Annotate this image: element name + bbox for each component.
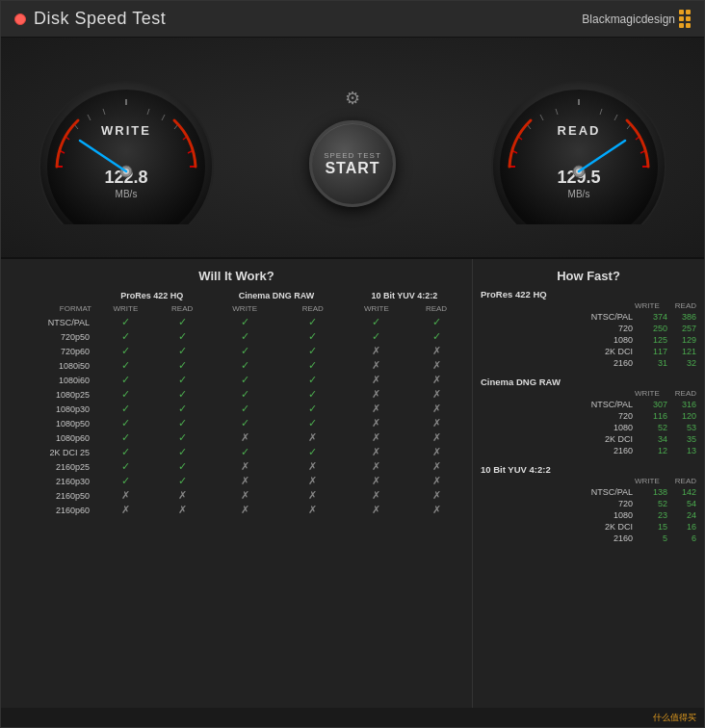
will-it-work-table: ProRes 422 HQ Cinema DNG RAW 10 Bit YUV … (9, 289, 464, 517)
cross-mark: ✗ (372, 475, 380, 486)
check-mark: ✓ (121, 431, 130, 443)
cross-mark: ✗ (432, 388, 441, 400)
check-mark: ✓ (308, 403, 317, 414)
gauge-section: WRITE 122.8 MB/s ⚙ SPEED TEST START (1, 38, 704, 259)
hf-wr-header: WRITEREAD (481, 301, 696, 310)
cross-mark: ✗ (432, 475, 441, 486)
check-mark: ✓ (308, 374, 317, 385)
how-fast-title: How Fast? (481, 269, 696, 283)
hf-row-label: NTSC/PAL (481, 400, 639, 409)
app-window: Disk Speed Test Blackmagicdesign (0, 0, 705, 728)
cross-mark: ✗ (432, 460, 441, 472)
title-bar: Disk Speed Test Blackmagicdesign (1, 1, 704, 38)
check-mark: ✓ (308, 388, 317, 400)
hf-group-header: ProRes 422 HQ (481, 289, 696, 299)
hf-data-row: 21601213 (481, 445, 696, 456)
hf-write-value: 117 (639, 347, 667, 356)
hf-write-value: 34 (639, 434, 667, 444)
hf-data-row: 720116120 (481, 410, 696, 422)
check-mark: ✓ (178, 417, 187, 429)
hf-data-row: 10805253 (481, 422, 696, 433)
cross-mark: ✗ (241, 431, 249, 443)
hf-write-value: 15 (639, 522, 667, 532)
hf-row-label: 2K DCI (481, 522, 639, 532)
hf-row-label: 2160 (481, 533, 639, 543)
hf-row-label: 720 (481, 411, 639, 421)
cross-mark: ✗ (308, 489, 317, 501)
cross-mark: ✗ (308, 475, 317, 486)
hf-write-value: 116 (639, 411, 667, 421)
check-mark: ✓ (372, 330, 380, 342)
hf-group: ProRes 422 HQWRITEREADNTSC/PAL3743867202… (481, 289, 696, 369)
hf-read-value: 316 (667, 400, 696, 409)
cross-mark: ✗ (432, 417, 441, 429)
check-mark: ✓ (121, 475, 130, 486)
check-mark: ✓ (178, 388, 187, 400)
close-button[interactable] (14, 13, 26, 25)
hf-row-label: NTSC/PAL (481, 487, 639, 497)
start-button[interactable]: SPEED TEST START (309, 120, 396, 207)
check-mark: ✓ (308, 359, 317, 371)
cross-mark: ✗ (432, 446, 441, 457)
check-mark: ✓ (241, 388, 249, 400)
cross-mark: ✗ (121, 489, 130, 501)
hf-data-row: 1080125129 (481, 334, 696, 346)
hf-write-value: 374 (639, 312, 667, 322)
check-mark: ✓ (178, 403, 187, 414)
check-mark: ✓ (372, 316, 380, 327)
hf-read-value: 386 (667, 312, 696, 322)
will-it-work-panel: Will It Work? ProRes 422 HQ Cinema DNG R… (1, 259, 473, 708)
hf-row-label: 2K DCI (481, 434, 639, 444)
cross-mark: ✗ (372, 460, 380, 472)
hf-data-row: 10802324 (481, 509, 696, 521)
brand-dot-6 (686, 23, 691, 28)
cross-mark: ✗ (372, 489, 380, 501)
hf-row-label: 1080 (481, 510, 639, 520)
hf-write-value: 250 (639, 324, 667, 333)
hf-read-value: 32 (667, 358, 696, 368)
hf-write-value: 52 (639, 499, 667, 508)
check-mark: ✓ (241, 330, 249, 342)
hf-group: Cinema DNG RAWWRITEREADNTSC/PAL307316720… (481, 377, 696, 456)
check-mark: ✓ (241, 316, 249, 327)
settings-icon[interactable]: ⚙ (345, 88, 360, 109)
svg-text:MB/s: MB/s (116, 189, 138, 199)
check-mark: ✓ (121, 388, 130, 400)
read-header: READ (675, 477, 696, 485)
check-mark: ✓ (121, 460, 130, 472)
hf-row-label: 720 (481, 324, 639, 333)
cross-mark: ✗ (308, 460, 317, 472)
check-mark: ✓ (121, 446, 130, 457)
hf-write-value: 12 (639, 446, 667, 455)
check-mark: ✓ (121, 359, 130, 371)
hf-data-row: 2K DCI1516 (481, 521, 696, 533)
cross-mark: ✗ (432, 504, 441, 515)
will-it-work-title: Will It Work? (9, 269, 464, 283)
check-mark: ✓ (178, 316, 187, 327)
read-header: READ (675, 301, 696, 310)
cross-mark: ✗ (372, 359, 380, 371)
hf-read-value: 121 (667, 347, 696, 356)
hf-write-value: 5 (639, 533, 667, 543)
check-mark: ✓ (178, 330, 187, 342)
cross-mark: ✗ (432, 431, 441, 443)
hf-read-value: 142 (667, 487, 696, 497)
brand-name: Blackmagicdesign (582, 13, 675, 26)
cross-mark: ✗ (372, 388, 380, 400)
hf-write-value: 138 (639, 487, 667, 497)
check-mark: ✓ (308, 345, 317, 356)
hf-row-label: NTSC/PAL (481, 312, 639, 322)
hf-data-row: 7205254 (481, 498, 696, 509)
check-mark: ✓ (241, 403, 249, 414)
brand-dot-5 (679, 23, 684, 28)
write-header: WRITE (635, 477, 660, 485)
check-mark: ✓ (432, 316, 441, 327)
hf-data-row: 2K DCI3435 (481, 433, 696, 445)
cross-mark: ✗ (432, 489, 441, 501)
brand-dots (679, 10, 691, 28)
hf-row-label: 1080 (481, 423, 639, 432)
svg-text:MB/s: MB/s (568, 189, 590, 199)
check-mark: ✓ (178, 475, 187, 486)
check-mark: ✓ (178, 460, 187, 472)
check-mark: ✓ (308, 446, 317, 457)
